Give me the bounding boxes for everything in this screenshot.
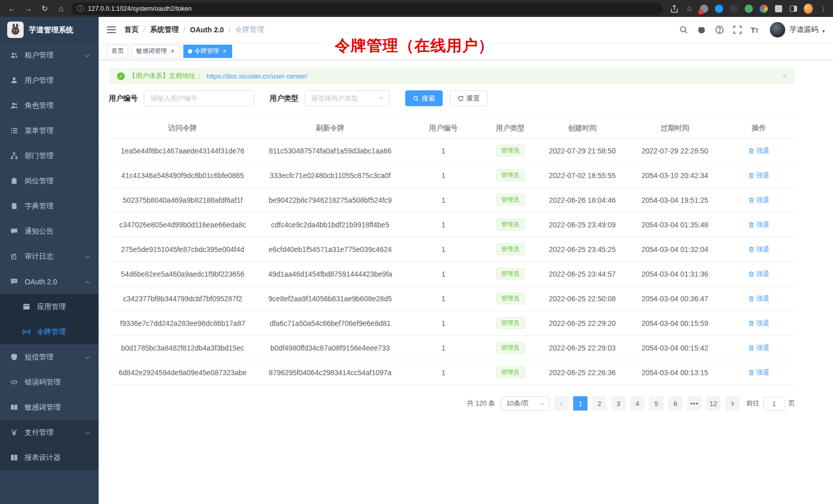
created-time-cell: 2022-07-02 18:55:55 [538, 163, 627, 188]
sidebar-item-pay[interactable]: 支付管理 [0, 420, 99, 445]
token-signal-icon [23, 328, 31, 336]
force-logout-button[interactable]: 强退 [748, 294, 769, 303]
table-row: 54d6be82ee5a460a9aedc1f9bf22365649d1aa46… [109, 262, 795, 286]
pager-page-4[interactable]: 4 [630, 396, 645, 411]
forward-icon[interactable]: → [22, 3, 35, 15]
user-id-input[interactable] [144, 90, 254, 106]
force-logout-button[interactable]: 强退 [748, 146, 769, 156]
bookmark-star-icon[interactable]: ☆ [685, 4, 694, 13]
search-icon[interactable] [679, 25, 689, 35]
force-logout-button[interactable]: 强退 [748, 171, 769, 180]
sidebar-item-sensitive[interactable]: 敏感词管理 [0, 395, 99, 420]
reload-icon[interactable]: ↻ [38, 3, 51, 15]
home-icon[interactable]: ⌂ [54, 3, 68, 15]
sidebar-item-dept[interactable]: 部门管理 [0, 143, 99, 168]
alert-close-icon[interactable]: × [782, 72, 787, 81]
chevron-down-icon [84, 254, 90, 260]
tab-敏感词管理[interactable]: 敏感词管理× [131, 45, 180, 58]
hamburger-icon[interactable] [106, 24, 117, 35]
search-button[interactable]: 搜索 [405, 90, 443, 106]
force-logout-button[interactable]: 强退 [748, 245, 769, 254]
oauth-chat-icon [10, 278, 18, 286]
tab-close-icon[interactable]: × [169, 47, 176, 55]
browser-menu-icon[interactable]: ⋮ [819, 4, 828, 13]
breadcrumb-item[interactable]: 系统管理 [150, 25, 179, 34]
tab-首页[interactable]: 首页 [107, 45, 128, 58]
extension-colorful-icon[interactable] [759, 4, 768, 13]
breadcrumb-item[interactable]: OAuth 2.0 [190, 26, 224, 34]
extension-gray-icon[interactable] [699, 4, 709, 13]
sidebar-item-dict[interactable]: 字典管理 [0, 193, 99, 219]
sidebar-item-errcode[interactable]: 错误码管理 [0, 370, 99, 395]
breadcrumb-item[interactable]: 首页 [124, 25, 139, 34]
doc-alert: ✓ 【用户体系】文档地址： https://doc.iocoder.cn/use… [109, 68, 795, 84]
access-token-cell: b0d1785bc3a8482f812db4a3f3bd15ec [109, 336, 256, 360]
user-id-cell: 1 [404, 311, 483, 336]
tab-close-icon[interactable]: × [222, 47, 228, 55]
caret-down-icon: ▾ [822, 28, 825, 34]
user-id-cell: 1 [404, 336, 483, 360]
force-logout-label: 强退 [756, 319, 769, 328]
force-logout-button[interactable]: 强退 [748, 269, 769, 279]
sidebar-item-audit[interactable]: 审计日志 [0, 244, 99, 269]
extension-blue-icon[interactable] [714, 4, 724, 13]
force-logout-button[interactable]: 强退 [748, 343, 769, 353]
extension-dark-icon[interactable] [729, 4, 739, 13]
next-page-button[interactable] [725, 396, 740, 411]
goto-page-input[interactable] [763, 397, 785, 411]
github-icon[interactable] [697, 25, 707, 35]
side-panel-icon[interactable] [789, 4, 798, 13]
sidebar-item-post[interactable]: 岗位管理 [0, 168, 99, 193]
created-time-cell: 2022-06-25 22:29:20 [538, 311, 627, 336]
font-size-icon[interactable]: TT [751, 26, 759, 34]
sidebar-item-label: 审计日志 [25, 252, 78, 261]
browser-profile-avatar[interactable] [804, 4, 813, 13]
prev-page-button[interactable] [554, 396, 569, 411]
extension-green-icon[interactable] [744, 4, 753, 13]
back-icon[interactable]: ← [5, 3, 18, 15]
sidebar-item-report[interactable]: 报表设计器 [0, 445, 99, 470]
force-logout-button[interactable]: 强退 [748, 368, 769, 377]
sidebar-menu: 租户管理用户管理角色管理菜单管理部门管理岗位管理字典管理通知公告审计日志OAut… [0, 43, 99, 504]
pager-more-button[interactable]: ••• [687, 396, 702, 411]
sidebar-item-notice[interactable]: 通知公告 [0, 219, 99, 244]
site-info-icon[interactable]: i [77, 5, 84, 12]
address-bar[interactable]: i 127.0.0.1:1024/system/oauth2/token [71, 3, 662, 15]
extensions-puzzle-icon[interactable] [774, 4, 783, 13]
sidebar-item-user[interactable]: 用户管理 [0, 68, 99, 93]
user-menu[interactable]: 芋道源码 ▾ [770, 22, 825, 37]
sidebar-item-menu[interactable]: 菜单管理 [0, 118, 99, 143]
pager-page-6[interactable]: 6 [668, 396, 683, 411]
tab-令牌管理[interactable]: 令牌管理× [183, 45, 233, 58]
force-logout-label: 强退 [756, 171, 769, 180]
doc-link[interactable]: https://doc.iocoder.cn/user-center/ [206, 72, 307, 80]
refresh-token-cell: dfa6c71a50a54c66bef706ef9e6e8d81 [256, 311, 404, 336]
sidebar-item-app[interactable]: 应用管理 [0, 294, 99, 319]
fullscreen-icon[interactable] [733, 25, 743, 35]
pager-page-5[interactable]: 5 [649, 396, 664, 411]
sidebar-item-oauth[interactable]: OAuth 2.0 [0, 269, 99, 294]
pager-page-2[interactable]: 2 [592, 396, 607, 411]
app-title: 芋道管理系统 [29, 25, 73, 35]
sidebar-item-role[interactable]: 角色管理 [0, 93, 99, 118]
app-logo[interactable]: 芋道管理系统 [0, 17, 99, 43]
force-logout-button[interactable]: 强退 [748, 196, 769, 205]
sidebar-item-token[interactable]: 令牌管理 [0, 319, 99, 344]
sidebar-item-tenant[interactable]: 租户管理 [0, 43, 99, 68]
reset-button[interactable]: 重置 [450, 90, 487, 106]
help-icon[interactable] [715, 25, 725, 35]
pager-page-12[interactable]: 12 [706, 396, 721, 411]
pager-page-1[interactable]: 1 [573, 396, 588, 411]
sidebar-item-sms[interactable]: 短信管理 [0, 344, 99, 370]
sidebar-item-label: 支付管理 [25, 428, 78, 437]
user-type-select[interactable]: 请选择用户类型 [305, 90, 390, 106]
breadcrumb-separator: / [183, 26, 185, 34]
sidebar-item-label: 菜单管理 [25, 126, 90, 135]
force-logout-button[interactable]: 强退 [748, 319, 769, 328]
force-logout-button[interactable]: 强退 [748, 220, 769, 229]
user-id-cell: 1 [404, 139, 483, 163]
pager-page-3[interactable]: 3 [611, 396, 626, 411]
expire-time-cell: 2054-03-04 01:32:04 [627, 237, 723, 262]
page-size-select[interactable]: 10条/页 [501, 396, 550, 411]
share-icon[interactable] [670, 4, 679, 13]
